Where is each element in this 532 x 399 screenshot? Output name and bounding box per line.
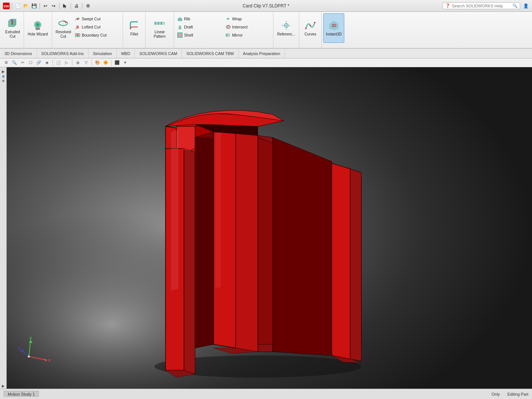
boundary-cut-icon	[75, 32, 81, 38]
view-icon-1[interactable]: ⚙	[3, 59, 10, 66]
shell-button[interactable]: Shell	[175, 31, 224, 39]
svg-text:y: y	[30, 336, 32, 340]
hole-wizard-button[interactable]: Hole Wizard	[25, 13, 50, 43]
tab-simulation[interactable]: Simulation	[89, 49, 117, 58]
view-icon-12[interactable]: 🔶	[102, 59, 109, 66]
svg-point-78	[28, 356, 30, 358]
rib-label: Rib	[184, 17, 190, 21]
view-icon-13[interactable]: ⬛	[114, 59, 120, 66]
print-icon[interactable]: 🖨	[73, 3, 80, 9]
view-icon-2[interactable]: 🔍	[11, 59, 18, 66]
view-icon-6[interactable]: ◈	[44, 59, 50, 66]
view-icon-5[interactable]: 🔗	[35, 59, 42, 66]
options-icon[interactable]: ⚙	[85, 3, 91, 9]
user-icon[interactable]: 👤	[522, 3, 529, 9]
swept-cut-button[interactable]: Swept Cut	[73, 15, 121, 23]
save-icon[interactable]: 💾	[31, 3, 37, 9]
statusbar: Motion Study 1 Only Editing Part	[0, 389, 532, 399]
search-input[interactable]	[452, 4, 511, 8]
boundary-cut-label: Boundary Cut	[82, 33, 106, 37]
linear-pattern-button[interactable]: Linear Pattern	[147, 13, 172, 43]
open-icon[interactable]: 📂	[23, 3, 29, 9]
rib-button[interactable]: Rib	[175, 15, 224, 23]
reference-button[interactable]: Referenc...	[275, 13, 297, 43]
extruded-cut-icon	[7, 17, 18, 29]
search-box[interactable]: ❓ 🔍	[443, 2, 520, 9]
svg-marker-58	[332, 163, 350, 359]
rib-icon	[177, 16, 183, 22]
svg-marker-13	[75, 28, 76, 29]
view-icon-8[interactable]: ▷	[63, 59, 70, 66]
svg-rect-12	[77, 18, 79, 20]
sidebar-arrow-down[interactable]: ▶	[1, 383, 6, 389]
instant3d-button[interactable]: 3D Instant3D	[323, 13, 344, 43]
svg-point-8	[36, 23, 40, 27]
mirror-icon	[225, 32, 231, 38]
wrap-button[interactable]: Wrap	[224, 15, 272, 23]
view-icon-14[interactable]: ▾	[122, 59, 129, 66]
svg-marker-50	[184, 149, 195, 374]
hole-wizard-section: Hole Wizard	[24, 12, 52, 48]
select-icon[interactable]	[62, 3, 68, 9]
shell-label: Shell	[184, 33, 193, 37]
tab-solidworks-cam-tbm[interactable]: SOLIDWORKS CAM TBM	[182, 49, 238, 58]
svg-point-34	[286, 25, 287, 26]
svg-rect-9	[35, 28, 40, 30]
lofted-cut-icon	[75, 24, 81, 30]
svg-marker-73	[29, 340, 33, 343]
curves-section: Curves	[299, 12, 322, 48]
features-section: Rib Draft Shell Wrap	[174, 12, 273, 48]
svg-rect-19	[160, 22, 163, 25]
svg-rect-18	[157, 22, 160, 25]
t2-sep3	[92, 60, 92, 66]
draft-label: Draft	[184, 25, 193, 29]
hole-wizard-icon	[32, 20, 44, 31]
tab-3d-dimensions[interactable]: 3D Dimensions	[0, 49, 37, 58]
features-small-col1: Rib Draft Shell	[175, 13, 224, 39]
tab-solidworks-addins[interactable]: SOLIDWORKS Add-Ins	[37, 49, 89, 58]
tab-mbd[interactable]: MBD	[117, 49, 135, 58]
view-icon-11[interactable]: 🎨	[94, 59, 101, 66]
instant3d-icon: 3D	[328, 20, 340, 31]
tab-solidworks-cam[interactable]: SOLIDWORKS CAM	[135, 49, 182, 58]
lofted-cut-button[interactable]: Lofted Cut	[73, 23, 121, 31]
sidebar-arrow-up[interactable]: ▶	[1, 69, 6, 74]
cut-small-col: Swept Cut Lofted Cut Boundary Cut	[73, 13, 121, 39]
view-icon-10[interactable]: ▽	[83, 59, 89, 66]
view-icon-3[interactable]: ✂	[19, 59, 26, 66]
tab-analysis-preparation[interactable]: Analysis Preparation	[239, 49, 285, 58]
extruded-cut-button[interactable]: ExtrudedCut	[3, 13, 22, 43]
revolved-cut-button[interactable]: RevolvedCut	[54, 13, 74, 43]
svg-marker-67	[171, 130, 178, 291]
svg-marker-61	[273, 137, 332, 355]
view-icon-4[interactable]: ⬡	[27, 59, 34, 66]
redo-icon[interactable]: ↪	[50, 3, 57, 9]
motion-study-tab[interactable]: Motion Study 1	[4, 391, 39, 397]
toolbar2: ⚙ 🔍 ✂ ⬡ 🔗 ◈ ⬜ ▷ ◉ ▽ 🎨 🔶 ⬛ ▾	[0, 58, 532, 67]
t2-sep1	[52, 60, 53, 66]
instant3d-label: Instant3D	[326, 32, 342, 37]
svg-marker-68	[215, 132, 221, 288]
fillet-button[interactable]: Fillet	[125, 13, 144, 43]
svg-marker-52	[195, 132, 214, 348]
svg-rect-24	[178, 33, 182, 37]
new-icon[interactable]: 📄	[14, 3, 21, 9]
mirror-button[interactable]: Mirror	[224, 31, 272, 39]
intersect-icon	[225, 24, 231, 30]
main-area: ▶ ▶	[0, 67, 532, 389]
svg-point-35	[305, 28, 307, 29]
intersect-button[interactable]: Intersect	[224, 23, 272, 31]
lofted-cut-label: Lofted Cut	[82, 25, 100, 29]
revolved-cut-section: RevolvedCut Swept Cut Lofted Cut	[52, 12, 123, 48]
undo-icon[interactable]: ↩	[42, 3, 49, 9]
view-icon-7[interactable]: ⬜	[55, 59, 62, 66]
extruded-cut-label: ExtrudedCut	[5, 30, 20, 39]
linear-pattern-icon	[154, 17, 166, 29]
boundary-cut-button[interactable]: Boundary Cut	[73, 31, 121, 39]
draft-button[interactable]: Draft	[175, 23, 224, 31]
search-icon[interactable]: 🔍	[512, 3, 518, 8]
view-icon-9[interactable]: ◉	[75, 59, 81, 66]
linear-pattern-label: Linear Pattern	[149, 30, 170, 39]
curves-button[interactable]: Curves	[301, 13, 320, 43]
viewport[interactable]: x y z	[7, 67, 532, 389]
